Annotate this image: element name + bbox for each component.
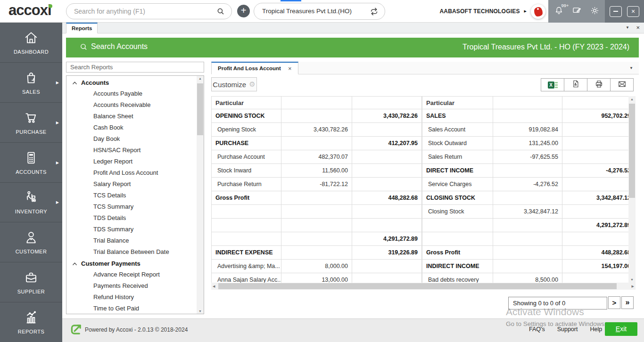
supplier-briefcase-icon	[24, 270, 39, 285]
scroll-up-icon[interactable]: ▲	[197, 77, 204, 80]
print-button[interactable]	[587, 78, 611, 91]
footer-link-help[interactable]: Help	[590, 326, 602, 333]
footer-links: FAQ'sSupportHelp	[529, 319, 602, 340]
report-group-customer-payments[interactable]: Customer Payments	[66, 258, 197, 269]
report-item-accounts-payable[interactable]: Accounts Payable	[66, 88, 197, 99]
pdf-icon	[571, 80, 580, 90]
report-search-input[interactable]	[66, 62, 204, 72]
settings-button[interactable]	[590, 6, 600, 17]
tab-reports[interactable]: Reports	[66, 23, 98, 33]
tabstrip-close-icon[interactable]: ×	[636, 24, 640, 31]
notifications-button[interactable]: 99+	[554, 6, 564, 17]
sidebar-item-sales[interactable]: SALES▶	[0, 63, 62, 103]
close-window-button[interactable]: ×	[627, 6, 639, 17]
sidebar-item-label: SUPPLIER	[17, 289, 45, 294]
report-item-balance-sheet[interactable]: Balance Sheet	[66, 111, 197, 122]
table-row: Closing Stock3,342,847.12	[422, 205, 629, 219]
chevron-right-icon: ▶	[56, 80, 59, 84]
sidebar-item-customer[interactable]: CUSTOMER	[0, 222, 62, 262]
report-search[interactable]	[66, 62, 204, 73]
last-page-button[interactable]: »	[621, 296, 634, 309]
table-row: Gross Profit448,282.68	[212, 191, 422, 205]
report-item-accounts-receivable[interactable]: Accounts Receivable	[66, 99, 197, 111]
scroll-left-icon[interactable]: ◀	[213, 285, 215, 288]
footer-link-support[interactable]: Support	[557, 326, 578, 333]
customize-button[interactable]: Customize ⚙	[211, 77, 257, 91]
scroll-thumb[interactable]	[629, 104, 635, 198]
export-pdf-button[interactable]	[564, 78, 587, 91]
add-button[interactable]: +	[237, 5, 250, 17]
scroll-thumb[interactable]	[218, 283, 617, 289]
report-item-hsn-sac-report[interactable]: HSN/SAC Report	[66, 145, 197, 156]
gear-icon	[590, 9, 600, 17]
report-group-accounts[interactable]: Accounts	[66, 77, 197, 88]
sidebar-item-label: ACCOUNTS	[16, 169, 47, 175]
email-button[interactable]	[610, 78, 634, 91]
report-item-day-book[interactable]: Day Book	[66, 133, 197, 145]
table-row: CLOSING STOCK3,342,847.12	[422, 191, 629, 205]
sidebar-item-label: CUSTOMER	[16, 249, 47, 254]
search-icon	[216, 7, 225, 17]
sidebar-item-supplier[interactable]: SUPPLIER	[0, 262, 62, 302]
export-excel-button[interactable]: X	[541, 78, 564, 91]
report-tabrow-dropdown-icon[interactable]: ▼	[629, 66, 633, 70]
company-selector[interactable]: Tropical Treasures Pvt Ltd.(HO)	[254, 3, 385, 20]
switch-company-icon[interactable]	[370, 7, 379, 18]
report-item-tds-summary[interactable]: TDS Summary	[66, 224, 197, 235]
scroll-down-icon[interactable]: ▼	[197, 309, 204, 313]
report-item-trial-balance-between-date[interactable]: Trial Balance Between Date	[66, 246, 197, 258]
accoxi-footer-icon	[70, 323, 83, 338]
scroll-right-icon[interactable]: ▶	[632, 285, 634, 288]
feedback-button[interactable]	[572, 6, 582, 17]
report-item-refund-history[interactable]: Refund History	[66, 292, 197, 303]
org-name[interactable]: AABASOFT TECHNOLOGIES	[439, 8, 520, 15]
exit-button[interactable]: Exit	[605, 322, 637, 336]
company-selector-value: Tropical Treasures Pvt Ltd.(HO)	[262, 8, 352, 15]
tabstrip-dropdown-icon[interactable]: ▼	[626, 25, 629, 30]
close-tab-icon[interactable]: ×	[288, 63, 292, 74]
table-row: Gross Profit448,282.68	[422, 246, 629, 260]
reports-scrollbar[interactable]: ▲ ▼	[197, 76, 204, 314]
sidebar-item-dashboard[interactable]: DASHBOARD	[0, 23, 62, 63]
pl-table-left: ParticularOPENING STOCK3,430,782.26Openi…	[211, 96, 422, 283]
report-item-tcs-summary[interactable]: TCS Summary	[66, 201, 197, 212]
scroll-thumb[interactable]	[197, 83, 203, 135]
next-page-button[interactable]: >	[608, 296, 620, 309]
search-accounts-button[interactable]: Search Accounts	[80, 42, 148, 51]
report-item-cash-book[interactable]: Cash Book	[66, 122, 197, 133]
home-icon	[23, 30, 39, 45]
report-item-trial-balance[interactable]: Trial Balance	[66, 235, 197, 246]
bell-icon	[554, 9, 564, 17]
report-item-profit-and-loss-account[interactable]: Profit And Loss Account	[66, 167, 197, 179]
topbar-icon-group: 99+	[548, 0, 605, 23]
report-item-time-to-get-paid[interactable]: Time to Get Paid	[66, 303, 197, 314]
table-vertical-scrollbar[interactable]: ▲ ▼	[628, 96, 636, 283]
table-row: Bad debts recovery8,500.00	[422, 273, 629, 283]
table-horizontal-scrollbar[interactable]: ◀ ▶	[211, 283, 636, 290]
sidebar-item-accounts[interactable]: ACCOUNTS▶	[0, 143, 62, 183]
footer-link-faq-s[interactable]: FAQ's	[529, 326, 545, 333]
sidebar-item-reports[interactable]: REPORTS	[0, 302, 62, 342]
global-search-input[interactable]	[74, 4, 215, 18]
minimize-button[interactable]	[610, 6, 622, 17]
table-row	[212, 219, 422, 232]
tab-profit-and-loss[interactable]: Profit And Loss Account ×	[211, 62, 298, 74]
scroll-up-icon[interactable]: ▲	[628, 98, 636, 101]
user-avatar[interactable]	[531, 4, 545, 19]
sidebar-item-purchase[interactable]: PURCHASE▶	[0, 103, 62, 143]
scroll-down-icon[interactable]: ▼	[628, 278, 636, 281]
report-item-tds-details[interactable]: TDS Details	[66, 212, 197, 224]
report-item-ledger-report[interactable]: Ledger Report	[66, 156, 197, 167]
sidebar-item-inventory[interactable]: INVENTORY▶	[0, 183, 62, 223]
report-item-salary-report[interactable]: Salary Report	[66, 179, 197, 190]
report-item-payments-received[interactable]: Payments Received	[66, 280, 197, 292]
chevron-up-icon	[72, 79, 77, 86]
report-tabrow: Profit And Loss Account × ▼	[211, 62, 639, 74]
global-search[interactable]	[66, 3, 232, 19]
report-item-tcs-details[interactable]: TCS Details	[66, 190, 197, 201]
report-item-advance-receipt-report[interactable]: Advance Receipt Report	[66, 269, 197, 280]
sidebar-item-label: REPORTS	[18, 329, 44, 334]
footer: Powered by Accoxi - 2.0.13 © 2018-2024 F…	[62, 318, 644, 342]
table-row: DIRECT INCOME-4,276.52	[422, 164, 629, 178]
logo-green-dot	[49, 4, 52, 8]
